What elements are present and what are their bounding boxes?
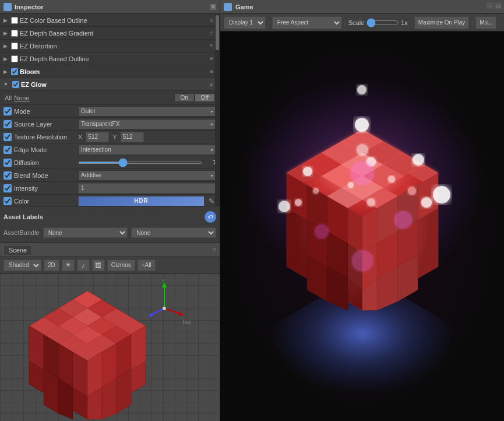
effect-checkbox-3[interactable] (11, 43, 18, 50)
all-label: All (5, 94, 12, 101)
edge-mode-checkbox[interactable] (3, 146, 12, 154)
diffusion-row: Diffusion 7 (0, 156, 220, 169)
effect-checkbox-bloom[interactable] (11, 68, 18, 75)
game-toolbar: Display 1 | Free Aspect | Scale 1x | Max… (220, 14, 504, 31)
mode-label: Mode (14, 108, 78, 115)
all-btn[interactable]: +All (138, 259, 156, 271)
scale-control: Scale 1x (348, 18, 408, 27)
svg-text:Y: Y (161, 279, 165, 283)
blend-mode-checkbox[interactable] (3, 171, 12, 180)
diffusion-slider[interactable] (78, 162, 202, 164)
effect-name-bloom: Bloom (20, 68, 207, 75)
ez-glow-arrow[interactable]: ▼ (3, 82, 8, 87)
source-layer-checkbox[interactable] (3, 120, 12, 128)
mode-dropdown[interactable]: Outer (78, 106, 216, 117)
asset-bundle-select-2[interactable]: None (131, 227, 216, 238)
color-hdr-label: HDR (134, 198, 149, 204)
effect-arrow-5[interactable]: ▶ (3, 69, 9, 75)
game-icon (224, 3, 232, 11)
svg-point-76 (313, 188, 319, 194)
scene-viewport: Y X Iso (0, 273, 220, 421)
all-none-row: All None On Off (0, 91, 220, 105)
effect-name-1: EZ Color Based Outline (20, 17, 207, 24)
source-layer-dropdown[interactable]: TransparentFX (78, 119, 216, 129)
effect-item-ez-glow: ▼ EZ Glow ≡ All None On Off Mode (0, 78, 220, 206)
effects-list: ▶ EZ Color Based Outline ≡ ▶ EZ Depth Ba… (0, 14, 220, 206)
aspect-select[interactable]: Free Aspect (272, 16, 342, 29)
svg-point-81 (351, 162, 374, 185)
effect-arrow-2[interactable]: ▶ (3, 30, 9, 36)
source-layer-label: Source Layer (14, 121, 78, 128)
intensity-input[interactable] (78, 183, 216, 194)
effect-checkbox-ez-glow[interactable] (12, 81, 19, 88)
edge-mode-dropdown[interactable]: Intersection (78, 145, 216, 155)
effect-arrow-1[interactable]: ▶ (3, 17, 9, 23)
display-select[interactable]: Display 1 (224, 16, 266, 29)
off-button[interactable]: Off (195, 93, 215, 102)
effects-scrollbar[interactable] (215, 14, 220, 206)
scrollbar-thumb[interactable] (216, 15, 219, 50)
effect-arrow-4[interactable]: ▶ (3, 56, 9, 62)
effect-item-color-outline[interactable]: ▶ EZ Color Based Outline ≡ (0, 14, 220, 27)
iso-label: Iso (183, 319, 191, 325)
panel-lock-btn[interactable]: ≡ (210, 4, 216, 10)
inspector-icon (3, 3, 12, 11)
fx-btn[interactable]: 🖼 (92, 259, 105, 271)
on-button[interactable]: On (174, 93, 195, 102)
tex-y-input[interactable] (121, 132, 144, 142)
game-header: Game − □ (220, 0, 504, 14)
asset-labels-tag-btn[interactable]: 🏷 (205, 211, 216, 223)
game-maximize-btn[interactable]: □ (495, 2, 502, 9)
audio-btn[interactable]: ♪ (77, 259, 90, 271)
shading-select[interactable]: Shaded (3, 259, 41, 271)
effect-checkbox-4[interactable] (11, 55, 18, 62)
blend-mode-row: Blend Mode Additive (0, 169, 220, 182)
game-header-controls: − □ (487, 2, 502, 9)
effect-checkbox-1[interactable] (11, 17, 18, 24)
scene-menu-btn[interactable]: ≡ (213, 247, 216, 253)
game-minimize-btn[interactable]: − (487, 2, 494, 9)
scale-slider[interactable] (366, 18, 399, 27)
blend-mode-label: Blend Mode (14, 172, 78, 179)
asset-labels-header: Asset Labels 🏷 (3, 209, 216, 225)
gizmos-btn[interactable]: Gizmos (107, 259, 135, 271)
maximize-on-play-btn[interactable]: Maximize On Play (414, 16, 470, 29)
mode-2d-btn[interactable]: 2D (44, 259, 59, 271)
effect-name-4: EZ Depth Based Outline (20, 55, 207, 62)
scale-value: 1x (401, 19, 408, 26)
color-checkbox[interactable] (3, 197, 12, 205)
source-layer-dropdown-wrapper: TransparentFX (78, 119, 216, 129)
effect-arrow-3[interactable]: ▶ (3, 43, 9, 49)
edge-mode-row: Edge Mode Intersection (0, 143, 220, 156)
effect-item-depth-outline[interactable]: ▶ EZ Depth Based Outline ≡ (0, 52, 220, 65)
blend-mode-dropdown-wrapper: Additive (78, 170, 216, 181)
effect-checkbox-2[interactable] (11, 30, 18, 37)
scene-tab[interactable]: Scene (3, 245, 32, 255)
none-link[interactable]: None (14, 94, 29, 101)
effect-item-distortion[interactable]: ▶ EZ Distortion ≡ (0, 40, 220, 52)
inspector-header: Inspector ≡ (0, 0, 220, 14)
sun-btn[interactable]: ☀ (62, 259, 75, 271)
diffusion-checkbox[interactable] (3, 159, 12, 167)
ez-glow-header[interactable]: ▼ EZ Glow ≡ (0, 78, 220, 91)
texture-res-checkbox[interactable] (3, 133, 12, 141)
tex-x-axis: X (78, 134, 82, 141)
color-swatch[interactable]: HDR (78, 196, 205, 206)
effect-item-bloom[interactable]: ▶ Bloom ≡ (0, 65, 220, 78)
diffusion-slider-control: 7 (78, 159, 216, 166)
svg-point-79 (295, 199, 302, 206)
asset-bundle-select-1[interactable]: None (43, 227, 128, 238)
blend-mode-dropdown[interactable]: Additive (78, 170, 216, 181)
intensity-checkbox[interactable] (3, 184, 12, 192)
tex-x-input[interactable] (86, 132, 109, 142)
effect-item-depth-gradient[interactable]: ▶ EZ Depth Based Gradient ≡ (0, 27, 220, 40)
panel-controls: ≡ (210, 4, 216, 10)
edge-mode-dropdown-wrapper: Intersection (78, 145, 216, 155)
mode-checkbox[interactable] (3, 107, 12, 115)
effect-name-2: EZ Depth Based Gradient (20, 30, 207, 37)
mute-btn[interactable]: Mu... (475, 16, 496, 29)
inspector-panel: Inspector ≡ ▶ EZ Color Based Outline ≡ ▶… (0, 0, 220, 421)
svg-point-77 (357, 144, 368, 156)
svg-point-73 (388, 176, 395, 183)
intensity-label: Intensity (14, 185, 78, 192)
